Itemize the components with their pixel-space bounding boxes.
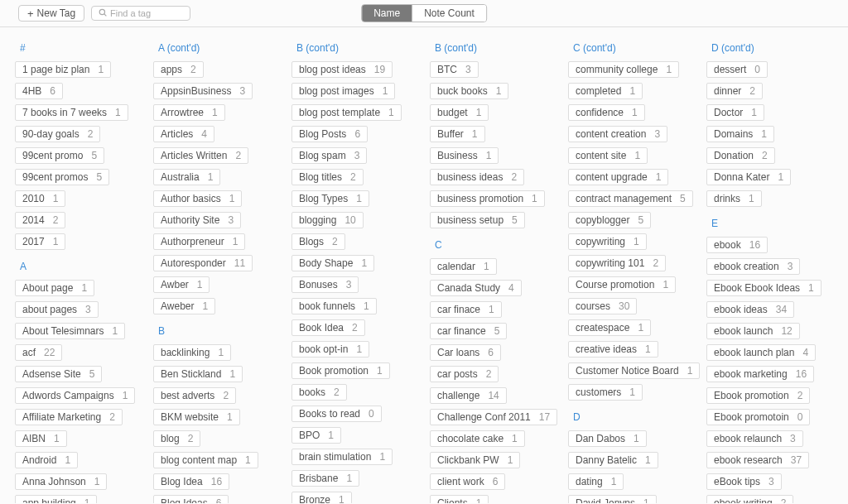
- tag-pill[interactable]: Brisbane1: [292, 470, 359, 487]
- sort-by-count-button[interactable]: Note Count: [412, 5, 486, 22]
- tag-pill[interactable]: blogging10: [292, 212, 364, 228]
- tag-pill[interactable]: 20101: [15, 190, 65, 207]
- tag-pill[interactable]: dating1: [568, 473, 624, 490]
- tag-pill[interactable]: about pages3: [15, 301, 99, 318]
- tag-pill[interactable]: chocolate cake1: [430, 430, 525, 447]
- search-field[interactable]: [91, 6, 190, 21]
- tag-pill[interactable]: AppsinBusiness3: [153, 83, 253, 99]
- tag-pill[interactable]: customers1: [568, 384, 643, 401]
- tag-pill[interactable]: eBook tips3: [706, 473, 782, 490]
- tag-pill[interactable]: Bonuses3: [292, 276, 359, 293]
- tag-pill[interactable]: Danny Batelic1: [568, 452, 658, 468]
- tag-pill[interactable]: Customer Notice Board1: [568, 362, 700, 379]
- tag-pill[interactable]: BTC3: [430, 61, 479, 78]
- tag-pill[interactable]: Clients1: [430, 495, 489, 503]
- tag-pill[interactable]: 20171: [15, 233, 65, 250]
- tag-pill[interactable]: ebook launch plan4: [706, 344, 816, 361]
- tag-pill[interactable]: business promotion1: [430, 190, 545, 207]
- tag-pill[interactable]: calendar1: [430, 258, 497, 275]
- tag-pill[interactable]: Adsense Site5: [15, 366, 102, 382]
- tag-pill[interactable]: business setup5: [430, 212, 525, 228]
- tag-pill[interactable]: copywriting1: [568, 233, 647, 250]
- tag-pill[interactable]: Donation2: [706, 147, 775, 164]
- tag-pill[interactable]: Articles4: [153, 126, 214, 142]
- tag-pill[interactable]: content creation3: [568, 126, 667, 142]
- tag-pill[interactable]: 4HB6: [15, 83, 63, 99]
- tag-pill[interactable]: ebook16: [706, 237, 768, 253]
- tag-pill[interactable]: confidence1: [568, 104, 645, 121]
- tag-pill[interactable]: Book promotion1: [292, 362, 390, 379]
- tag-pill[interactable]: ebook writing2: [706, 495, 793, 503]
- search-input[interactable]: [110, 8, 183, 18]
- tag-pill[interactable]: Articles Written2: [153, 147, 248, 164]
- tag-pill[interactable]: Affiliate Marketing2: [15, 409, 123, 425]
- tag-pill[interactable]: car finance5: [430, 323, 507, 339]
- tag-pill[interactable]: David Jenyns1: [568, 495, 657, 503]
- tag-pill[interactable]: brain stimulation1: [292, 449, 393, 465]
- tag-pill[interactable]: About page1: [15, 280, 94, 296]
- tag-pill[interactable]: Challenge Conf 201117: [430, 409, 557, 425]
- tag-pill[interactable]: copywriting 1012: [568, 255, 666, 271]
- tag-pill[interactable]: 7 books in 7 weeks1: [15, 104, 128, 121]
- tag-pill[interactable]: Ben Stickland1: [153, 366, 243, 382]
- tag-pill[interactable]: challenge14: [430, 387, 507, 404]
- tag-pill[interactable]: Course promotion1: [568, 276, 676, 293]
- tag-pill[interactable]: copyblogger5: [568, 212, 651, 228]
- tag-pill[interactable]: Awber1: [153, 276, 210, 293]
- tag-pill[interactable]: Book Idea2: [292, 319, 365, 336]
- tag-pill[interactable]: business ideas2: [430, 169, 524, 185]
- tag-pill[interactable]: Domains1: [706, 126, 774, 142]
- tag-pill[interactable]: Donna Kater1: [706, 169, 791, 185]
- tag-pill[interactable]: budget1: [430, 104, 489, 121]
- tag-pill[interactable]: Ebook Ebook Ideas1: [706, 280, 822, 296]
- tag-pill[interactable]: car posts2: [430, 366, 499, 382]
- tag-pill[interactable]: community college1: [568, 61, 679, 78]
- tag-pill[interactable]: Canada Study4: [430, 280, 522, 296]
- tag-pill[interactable]: courses30: [568, 298, 637, 314]
- tag-pill[interactable]: drinks1: [706, 190, 762, 207]
- tag-pill[interactable]: 90-day goals2: [15, 126, 100, 142]
- tag-pill[interactable]: BPO1: [292, 427, 341, 444]
- tag-pill[interactable]: Aweber1: [153, 298, 215, 314]
- tag-pill[interactable]: Blog spam3: [292, 147, 367, 164]
- tag-pill[interactable]: books2: [292, 384, 347, 401]
- tag-pill[interactable]: Dan Dabos1: [568, 430, 647, 447]
- tag-pill[interactable]: Adwords Campaigns1: [15, 387, 135, 404]
- tag-pill[interactable]: buck books1: [430, 83, 508, 99]
- tag-pill[interactable]: blog2: [153, 430, 200, 447]
- tag-pill[interactable]: 99cent promo5: [15, 147, 104, 164]
- tag-pill[interactable]: dessert0: [706, 61, 768, 78]
- tag-pill[interactable]: dinner2: [706, 83, 763, 99]
- tag-pill[interactable]: Blog Posts6: [292, 126, 368, 142]
- tag-pill[interactable]: best adverts2: [153, 387, 236, 404]
- tag-pill[interactable]: app building1: [15, 495, 97, 503]
- tag-pill[interactable]: Authority Site3: [153, 212, 241, 228]
- tag-pill[interactable]: ebook ideas34: [706, 301, 794, 318]
- tag-pill[interactable]: Bronze1: [292, 492, 352, 503]
- tag-pill[interactable]: Clickbank PW1: [430, 452, 520, 468]
- tag-pill[interactable]: About Telesimnars1: [15, 323, 125, 339]
- tag-pill[interactable]: Ebook promotion2: [706, 387, 810, 404]
- tag-pill[interactable]: AIBN1: [15, 430, 67, 447]
- tag-pill[interactable]: apps2: [153, 61, 204, 78]
- tag-pill[interactable]: blog post images1: [292, 83, 395, 99]
- tag-pill[interactable]: Anna Johnson1: [15, 473, 107, 490]
- tag-pill[interactable]: Books to read0: [292, 406, 382, 422]
- sort-by-name-button[interactable]: Name: [362, 5, 412, 22]
- tag-pill[interactable]: Blog Types1: [292, 190, 369, 207]
- tag-pill[interactable]: Car loans6: [430, 344, 501, 361]
- tag-pill[interactable]: backlinking1: [153, 344, 231, 361]
- tag-pill[interactable]: Business1: [430, 147, 499, 164]
- tag-pill[interactable]: content site1: [568, 147, 648, 164]
- tag-pill[interactable]: ebook marketing16: [706, 366, 814, 382]
- tag-pill[interactable]: ebook relaunch3: [706, 430, 803, 447]
- tag-pill[interactable]: Body Shape1: [292, 255, 374, 271]
- tag-pill[interactable]: Author basics1: [153, 190, 242, 207]
- tag-pill[interactable]: Ebook promotoin0: [706, 409, 810, 425]
- tag-pill[interactable]: blog post ideas19: [292, 61, 393, 78]
- tag-pill[interactable]: createspace1: [568, 319, 651, 336]
- tag-pill[interactable]: blog content map1: [153, 452, 258, 468]
- tag-pill[interactable]: Autoresponder11: [153, 255, 253, 271]
- tag-pill[interactable]: Blogs2: [292, 233, 345, 250]
- tag-pill[interactable]: Arrowtree1: [153, 104, 225, 121]
